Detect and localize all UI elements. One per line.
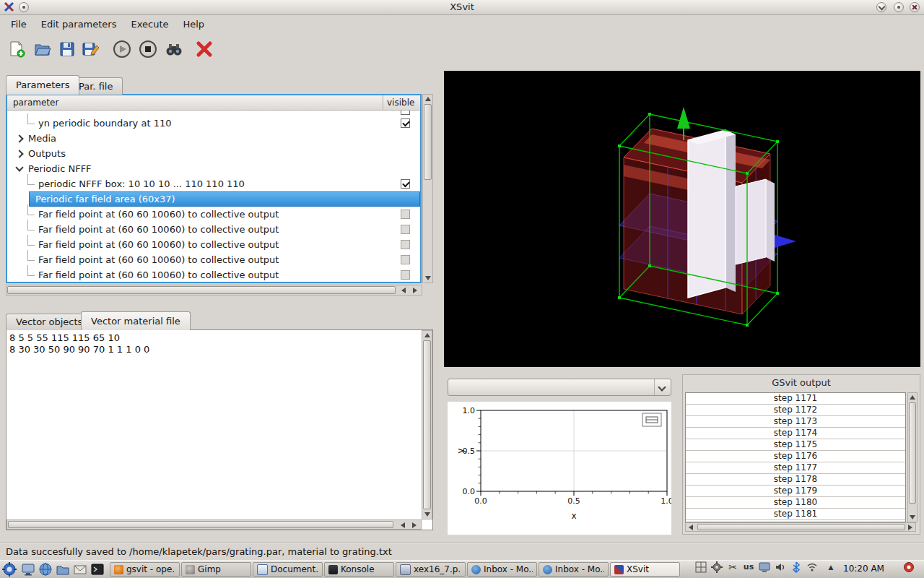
gsvit-output-list[interactable]: step 1171 step 1172 step 1173 step 1174 … (685, 392, 906, 522)
tree-row-far-field-point[interactable]: Far field point at (60 60 10060) to coll… (7, 267, 420, 282)
expander-collapsed-icon[interactable] (15, 134, 23, 142)
checkbox-partial[interactable] (401, 111, 410, 115)
checkbox-checked[interactable] (401, 179, 410, 189)
taskbar-button-xex-file[interactable]: xex16_7.p... (396, 562, 466, 577)
combobox-dropdown-button[interactable] (654, 379, 671, 395)
column-parameter[interactable]: parameter (7, 98, 58, 108)
checkbox-unchecked[interactable] (401, 255, 410, 264)
scroll-up-icon[interactable] (424, 333, 430, 337)
tree-row-far-field-point[interactable]: Far field point at (60 60 10060) to coll… (7, 237, 420, 252)
taskbar-button-konsole[interactable]: Konsole (324, 562, 394, 577)
taskbar-button-gsvit-file[interactable]: gsvit - ope... (110, 562, 180, 577)
scroll-down-icon[interactable] (910, 515, 915, 519)
tray-wifi-icon[interactable] (806, 561, 819, 574)
taskbar-button-inbox-1[interactable]: Inbox - Mo... (467, 562, 537, 577)
tree-row-yn-periodic[interactable]: yn periodic boundary at 110 (7, 116, 420, 131)
tree-hscrollbar-thumb[interactable] (7, 286, 396, 294)
taskbar-button-inbox-2[interactable]: Inbox - Mo... (539, 562, 609, 577)
plot-legend-button[interactable] (642, 413, 661, 426)
tray-expand-arrow-icon[interactable]: ▲ (824, 561, 837, 574)
gsvit-hscrollbar-thumb[interactable] (697, 524, 905, 530)
scroll-down-icon[interactable] (425, 276, 431, 280)
scroll-left-icon[interactable] (401, 522, 405, 528)
mail-icon[interactable] (73, 562, 87, 577)
checkbox-checked[interactable] (401, 118, 410, 128)
scroll-up-icon[interactable] (910, 395, 915, 400)
keyboard-layout-indicator[interactable]: us (742, 561, 755, 574)
tree-row-media[interactable]: Media (7, 131, 420, 146)
tab-parameters[interactable]: Parameters (6, 75, 79, 95)
scroll-down-icon[interactable] (424, 512, 430, 517)
tray-volume-icon[interactable] (774, 561, 787, 574)
scroll-left-icon[interactable] (689, 525, 693, 530)
save-icon[interactable] (56, 38, 78, 60)
tree-row-nfff-box[interactable]: periodic NFFF box: 10 10 10 ... 110 110 … (7, 176, 420, 191)
tray-scissors-icon[interactable]: ✂ (726, 561, 739, 574)
kmenu-icon[interactable] (2, 562, 17, 577)
save-as-icon[interactable] (79, 38, 101, 60)
maximize-button[interactable] (894, 2, 904, 12)
tree-row-far-field-point[interactable]: Far field point at (60 60 10060) to coll… (7, 222, 420, 237)
terminal-icon[interactable] (90, 562, 105, 577)
tree-row-selected-far-field-area[interactable]: Periodic far field area (60x37) (29, 191, 420, 207)
scroll-right-icon[interactable] (412, 522, 417, 528)
tree-row-far-field-point[interactable]: Far field point at (60 60 10060) to coll… (7, 207, 420, 222)
gsvit-vscrollbar-thumb[interactable] (909, 402, 916, 504)
textarea-vscrollbar-thumb[interactable] (423, 340, 431, 509)
output-selector-combobox[interactable] (448, 379, 671, 396)
folder-home-icon[interactable] (56, 562, 70, 577)
menu-file[interactable]: File (4, 17, 33, 31)
checkbox-unchecked[interactable] (401, 225, 410, 234)
run-icon[interactable] (111, 38, 133, 60)
show-desktop-icon[interactable] (21, 562, 35, 577)
checkbox-unchecked[interactable] (401, 210, 410, 219)
menu-help[interactable]: Help (176, 17, 211, 31)
output-line: step 1171 (686, 393, 905, 405)
gsvit-vscrollbar[interactable] (907, 392, 918, 522)
tree-vscrollbar-thumb[interactable] (424, 104, 432, 180)
tree-row-partial[interactable] (7, 111, 420, 116)
clock[interactable]: 10:20 AM (843, 564, 884, 574)
tree-hscrollbar[interactable] (6, 285, 422, 296)
new-file-icon[interactable] (6, 38, 27, 60)
column-visible[interactable]: visible (383, 95, 420, 110)
material-line: 8 5 5 55 115 115 65 10 (6, 332, 432, 344)
preview-binoculars-icon[interactable] (163, 38, 185, 60)
tree-vscrollbar[interactable] (422, 94, 433, 283)
tree-row-periodic-nfff[interactable]: Periodic NFFF (7, 161, 420, 176)
3d-viewport[interactable] (444, 71, 920, 367)
browser-globe-icon[interactable] (38, 562, 53, 577)
expander-collapsed-icon[interactable] (15, 150, 23, 158)
tray-gear-icon[interactable] (710, 561, 723, 574)
tray-app-icon[interactable] (902, 561, 915, 574)
taskbar-button-document[interactable]: Document... (253, 562, 323, 577)
tab-vector-material-file[interactable]: Vector material file (81, 311, 191, 330)
scroll-right-icon[interactable] (908, 525, 912, 530)
menu-edit-parameters[interactable]: Edit parameters (35, 17, 123, 31)
tray-display-icon[interactable] (758, 561, 771, 574)
stop-icon[interactable] (137, 38, 159, 60)
gsvit-hscrollbar[interactable] (685, 522, 916, 532)
close-quit-icon[interactable] (193, 38, 215, 60)
tray-grid-icon[interactable] (694, 561, 707, 574)
textarea-hscrollbar[interactable] (6, 519, 422, 530)
scroll-up-icon[interactable] (425, 97, 431, 101)
expander-expanded-icon[interactable] (15, 163, 23, 171)
menu-execute[interactable]: Execute (124, 17, 175, 31)
checkbox-unchecked[interactable] (401, 270, 410, 280)
minimize-button[interactable] (876, 2, 886, 12)
scroll-left-icon[interactable] (401, 288, 406, 293)
vector-material-textarea[interactable]: 8 5 5 55 115 115 65 10 8 30 30 50 90 90 … (6, 329, 433, 530)
tray-bluetooth-icon[interactable] (790, 561, 803, 574)
close-button[interactable] (910, 2, 920, 12)
taskbar-button-xsvit[interactable]: XSvit (610, 562, 680, 577)
taskbar-button-gimp[interactable]: Gimp (181, 562, 251, 577)
textarea-hscrollbar-thumb[interactable] (8, 521, 393, 528)
tree-row-far-field-point[interactable]: Far field point at (60 60 10060) to coll… (7, 252, 420, 267)
tab-vector-objects[interactable]: Vector objects (6, 314, 92, 330)
textarea-vscrollbar[interactable] (422, 330, 432, 519)
tree-row-outputs[interactable]: Outputs (7, 146, 420, 161)
scroll-right-icon[interactable] (413, 288, 417, 293)
open-file-icon[interactable] (32, 38, 53, 60)
checkbox-unchecked[interactable] (401, 240, 410, 249)
